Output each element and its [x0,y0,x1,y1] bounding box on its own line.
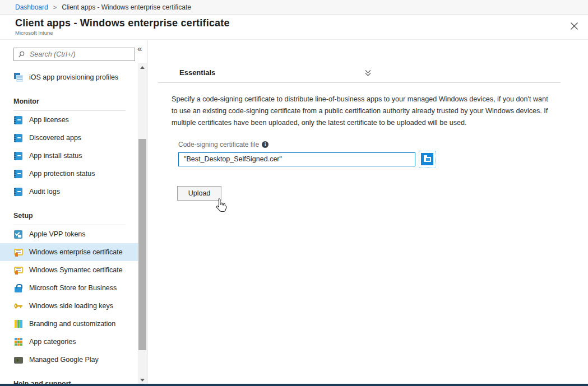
certificate-icon [13,248,23,257]
breadcrumb: Dashboard > Client apps - Windows enterp… [0,0,588,15]
folder-icon [421,153,433,165]
description-text: Specify a code-signing certificate to di… [172,94,555,129]
collapse-sidebar-button[interactable]: « [137,44,142,53]
ios-provisioning-icon [13,73,23,82]
breadcrumb-link-dashboard[interactable]: Dashboard [15,3,48,11]
page-subtitle: Microsoft Intune [15,30,588,36]
essentials-expand-button[interactable] [364,69,372,78]
sidebar: « iOS app provisioning profiles Monitor … [0,40,147,386]
page-title: Client apps - Windows enterprise certifi… [15,17,588,29]
sidebar-menu: iOS app provisioning profiles Monitor Ap… [0,40,147,386]
search-input[interactable] [29,50,131,59]
sidebar-item-windows-enterprise-certificate[interactable]: Windows enterprise certificate [0,243,138,261]
key-icon [13,301,23,310]
scroll-up-icon[interactable] [140,66,145,69]
section-divider [13,225,126,225]
bottom-bar [0,384,588,386]
sidebar-item-app-install-status[interactable]: App install status [0,147,138,165]
search-icon [18,51,25,58]
essentials-label: Essentials [179,68,215,77]
branding-bars-icon [13,319,23,328]
certificate-file-label: Code-signing certificate file [178,141,259,148]
sidebar-item-audit-logs[interactable]: Audit logs [0,183,138,201]
blade-header: Client apps - Windows enterprise certifi… [0,15,588,40]
sidebar-item-windows-side-loading-keys[interactable]: Windows side loading keys [0,297,138,315]
sidebar-item-ios-app-provisioning-profiles[interactable]: iOS app provisioning profiles [0,68,138,86]
essentials-header: Essentials [158,68,561,83]
upload-button-area: Upload [177,186,221,201]
sidebar-item-app-categories[interactable]: App categories [0,333,138,351]
sidebar-item-branding-and-customization[interactable]: Branding and customization [0,315,138,333]
sidebar-section-monitor: Monitor [0,86,147,111]
sidebar-item-apple-vpp-tokens[interactable]: Apple VPP tokens [0,225,138,243]
google-play-icon [13,355,23,364]
sidebar-item-managed-google-play[interactable]: Managed Google Play [0,351,138,369]
notebook-icon [13,169,23,178]
notebook-icon [13,187,23,196]
store-bag-icon [13,283,23,292]
notebook-icon [13,151,23,160]
certificate-icon [13,266,23,275]
notebook-icon [13,133,23,142]
info-icon[interactable] [262,141,268,148]
double-chevron-down-icon [364,69,372,77]
scrollbar-thumb[interactable] [138,139,146,350]
sidebar-scrollbar[interactable] [138,63,147,386]
close-button[interactable] [568,20,580,32]
vpp-token-icon [13,230,23,239]
sidebar-search-box [13,48,135,61]
sidebar-item-app-protection-status[interactable]: App protection status [0,165,138,183]
blade-body: « iOS app provisioning profiles Monitor … [0,40,588,386]
certificate-file-input[interactable] [178,152,415,166]
sidebar-section-setup: Setup [0,201,147,225]
breadcrumb-current: Client apps - Windows enterprise certifi… [62,3,191,11]
scroll-down-icon[interactable] [140,379,145,382]
certificate-file-label-row: Code-signing certificate file [178,141,588,148]
sidebar-item-discovered-apps[interactable]: Discovered apps [0,129,138,147]
sidebar-item-microsoft-store-for-business[interactable]: Microsoft Store for Business [0,279,138,297]
sidebar-item-app-licenses[interactable]: App licenses [0,111,138,129]
breadcrumb-separator: > [53,4,57,11]
notebook-icon [13,115,23,124]
category-grid-icon [13,337,23,346]
close-icon [570,22,578,30]
browse-button[interactable] [419,151,436,168]
section-divider [13,110,126,111]
certificate-file-input-row [178,151,588,168]
certificate-file-field: Code-signing certificate file [178,141,588,168]
main-panel: Essentials Specify a code-signing certif… [147,40,588,386]
upload-button[interactable]: Upload [177,186,221,201]
sidebar-item-windows-symantec-certificate[interactable]: Windows Symantec certificate [0,261,138,279]
